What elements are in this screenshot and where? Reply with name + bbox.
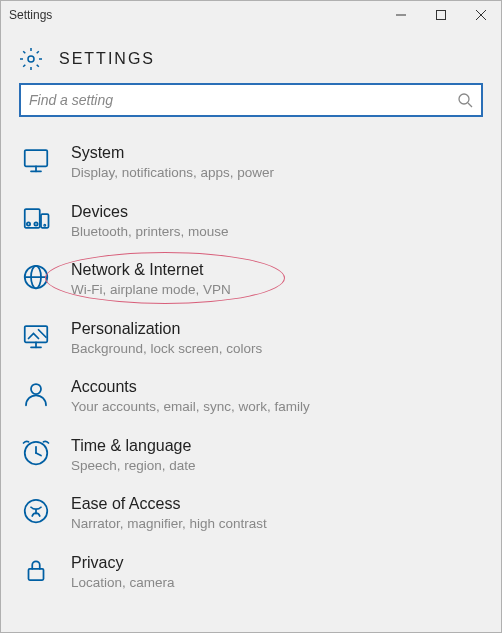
ease-icon [21, 496, 51, 526]
category-subtitle: Narrator, magnifier, high contrast [71, 515, 267, 533]
category-text: Ease of AccessNarrator, magnifier, high … [71, 494, 267, 533]
svg-point-12 [44, 224, 45, 225]
category-text: AccountsYour accounts, email, sync, work… [71, 377, 310, 416]
category-text: PersonalizationBackground, lock screen, … [71, 319, 262, 358]
titlebar: Settings [1, 1, 501, 29]
svg-point-22 [31, 384, 41, 394]
category-title: Accounts [71, 377, 310, 397]
svg-point-14 [34, 222, 37, 225]
category-ease[interactable]: Ease of AccessNarrator, magnifier, high … [9, 484, 493, 543]
content-area: SETTINGS SystemDisplay, notifications, a… [1, 29, 501, 632]
category-time[interactable]: Time & languageSpeech, region, date [9, 426, 493, 485]
search-icon [457, 92, 473, 108]
category-privacy[interactable]: PrivacyLocation, camera [9, 543, 493, 602]
category-text: DevicesBluetooth, printers, mouse [71, 202, 229, 241]
settings-categories: SystemDisplay, notifications, apps, powe… [1, 127, 501, 601]
search-box[interactable] [19, 83, 483, 117]
header: SETTINGS [1, 29, 501, 83]
accounts-icon [21, 379, 51, 409]
time-icon [21, 438, 51, 468]
category-personalization[interactable]: PersonalizationBackground, lock screen, … [9, 309, 493, 368]
category-title: System [71, 143, 274, 163]
category-subtitle: Wi-Fi, airplane mode, VPN [71, 281, 231, 299]
close-button[interactable] [461, 1, 501, 29]
category-text: PrivacyLocation, camera [71, 553, 175, 592]
privacy-icon [21, 555, 51, 585]
category-title: Network & Internet [71, 260, 231, 280]
window-title: Settings [9, 8, 381, 22]
gear-icon [19, 47, 43, 71]
category-title: Devices [71, 202, 229, 222]
svg-point-5 [459, 94, 469, 104]
category-title: Personalization [71, 319, 262, 339]
category-subtitle: Background, lock screen, colors [71, 340, 262, 358]
category-text: SystemDisplay, notifications, apps, powe… [71, 143, 274, 182]
category-system[interactable]: SystemDisplay, notifications, apps, powe… [9, 133, 493, 192]
category-subtitle: Location, camera [71, 574, 175, 592]
personalization-icon [21, 321, 51, 351]
system-icon [21, 145, 51, 175]
network-icon [21, 262, 51, 292]
svg-line-19 [39, 329, 47, 337]
svg-rect-7 [25, 150, 48, 166]
page-title: SETTINGS [59, 50, 155, 68]
search-container [1, 83, 501, 127]
category-devices[interactable]: DevicesBluetooth, printers, mouse [9, 192, 493, 251]
search-input[interactable] [21, 85, 481, 115]
category-network[interactable]: Network & InternetWi-Fi, airplane mode, … [9, 250, 493, 309]
category-title: Ease of Access [71, 494, 267, 514]
devices-icon [21, 204, 51, 234]
category-text: Network & InternetWi-Fi, airplane mode, … [71, 260, 231, 299]
category-subtitle: Your accounts, email, sync, work, family [71, 398, 310, 416]
svg-point-4 [28, 56, 34, 62]
category-text: Time & languageSpeech, region, date [71, 436, 196, 475]
svg-rect-28 [29, 569, 44, 580]
svg-line-25 [36, 453, 41, 456]
category-accounts[interactable]: AccountsYour accounts, email, sync, work… [9, 367, 493, 426]
category-subtitle: Speech, region, date [71, 457, 196, 475]
minimize-button[interactable] [381, 1, 421, 29]
svg-point-13 [27, 222, 30, 225]
maximize-button[interactable] [421, 1, 461, 29]
category-subtitle: Display, notifications, apps, power [71, 164, 274, 182]
svg-line-6 [468, 103, 472, 107]
category-title: Privacy [71, 553, 175, 573]
svg-rect-1 [437, 11, 446, 20]
category-title: Time & language [71, 436, 196, 456]
category-subtitle: Bluetooth, printers, mouse [71, 223, 229, 241]
